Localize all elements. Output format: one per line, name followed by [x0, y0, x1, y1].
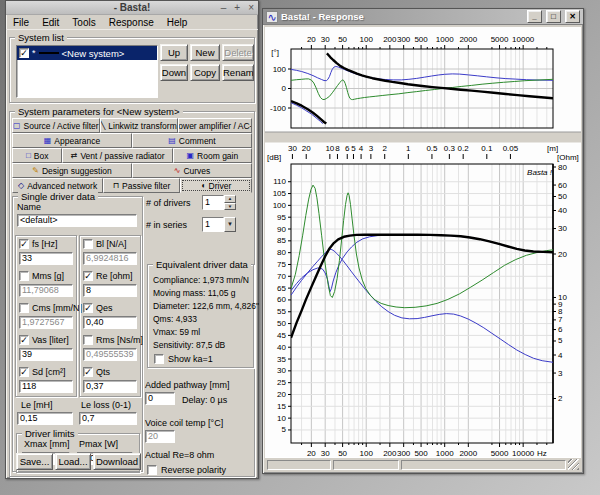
minimize-icon[interactable]: –	[221, 1, 227, 14]
svg-text:5: 5	[351, 144, 356, 153]
menu-response[interactable]: Response	[109, 17, 154, 28]
response-titlebar[interactable]: ∿ Basta! - Response _ □ ✕	[263, 9, 583, 25]
tab-room-gain[interactable]: ▣Room gain	[173, 148, 252, 163]
svg-text:[Ohm]: [Ohm]	[557, 153, 579, 162]
le-label: Le [mH]	[21, 400, 53, 411]
mms-input[interactable]: 11,79068	[19, 284, 73, 297]
tab-appearance[interactable]: ▦Appearance	[12, 133, 132, 148]
tab-design-suggestion[interactable]: ✎Design suggestion	[12, 163, 132, 178]
sensitivity-text: Sensitivity: 87,5 dB	[153, 340, 225, 351]
driver-name-input[interactable]: <default>	[17, 214, 137, 227]
show-ka-row[interactable]: Show ka=1	[154, 354, 213, 364]
new-button[interactable]: New	[190, 44, 220, 61]
down-button[interactable]: Down	[160, 64, 188, 81]
re-checkbox[interactable]: ✓	[83, 271, 93, 281]
svg-text:5000: 5000	[491, 35, 509, 44]
svg-text:85: 85	[277, 236, 286, 245]
spin-down-icon[interactable]: ▼	[224, 203, 236, 211]
load-button[interactable]: Load...	[55, 453, 91, 470]
main-titlebar[interactable]: - Basta! – + ×	[6, 1, 258, 15]
num-in-series-select[interactable]: 1 ▼	[202, 217, 236, 232]
tab-driver[interactable]: ◖Driver	[180, 178, 252, 193]
minimize-icon[interactable]: _	[527, 10, 542, 23]
qts-input[interactable]: 0,37	[83, 380, 137, 393]
tab-source-active-filter[interactable]: ▢Source / Active filter	[12, 118, 100, 133]
svg-text:2: 2	[558, 394, 563, 403]
download-button[interactable]: Download	[93, 453, 141, 470]
tab-power-amplifier[interactable]: ▷Power amplifier / AC-bas	[178, 118, 252, 133]
save-button[interactable]: Save...	[16, 453, 53, 470]
fs-input[interactable]: 33	[19, 252, 73, 265]
up-button[interactable]: Up	[160, 44, 188, 61]
vas-label: Vas [liter]	[32, 335, 69, 345]
svg-text:20: 20	[558, 250, 567, 259]
tab-linkwitz-transform[interactable]: ╲Linkwitz transform	[100, 118, 178, 133]
chevron-down-icon[interactable]: ▼	[224, 217, 236, 232]
tab-curves[interactable]: ∿Curves	[132, 163, 252, 178]
sd-input[interactable]: 118	[19, 380, 73, 393]
mms-checkbox[interactable]	[19, 271, 29, 281]
svg-text:55: 55	[277, 307, 286, 316]
cms-input[interactable]: 1,9727567	[19, 316, 73, 329]
fs-checkbox[interactable]: ✓	[19, 239, 29, 249]
svg-text:7: 7	[558, 315, 563, 324]
svg-text:500: 500	[414, 35, 428, 44]
svg-text:30: 30	[558, 224, 567, 233]
rename-button[interactable]: Rename	[222, 64, 254, 81]
tab-vent-passive-radiator[interactable]: ⇄Vent / passive radiator	[62, 148, 172, 163]
menu-help[interactable]: Help	[167, 17, 188, 28]
basta-app-icon: ∿	[266, 11, 278, 23]
menu-file[interactable]: File	[13, 17, 29, 28]
qes-input[interactable]: 0,40	[83, 316, 137, 329]
delete-button[interactable]: Delete	[222, 44, 254, 61]
tab-box[interactable]: □Box	[12, 148, 62, 163]
close-icon[interactable]: ×	[248, 1, 254, 14]
system-color-swatch	[39, 52, 59, 54]
svg-text:75: 75	[277, 260, 286, 269]
qts-checkbox[interactable]: ✓	[83, 367, 93, 377]
maximize-icon[interactable]: +	[234, 1, 240, 14]
system-checkbox[interactable]: ✓	[19, 48, 29, 58]
le-loss-input[interactable]: 0,7	[79, 412, 137, 425]
qes-checkbox[interactable]: ✓	[83, 303, 93, 313]
svg-text:10: 10	[325, 144, 334, 153]
menu-edit[interactable]: Edit	[42, 17, 59, 28]
copy-button[interactable]: Copy	[190, 64, 220, 81]
system-list-item[interactable]: ✓ * <New system>	[17, 46, 157, 60]
svg-text:200: 200	[383, 35, 397, 44]
svg-text:20: 20	[302, 144, 311, 153]
tab-passive-filter[interactable]: ⊓Passive filter	[103, 178, 180, 193]
menu-tools[interactable]: Tools	[72, 17, 95, 28]
system-listbox[interactable]: ✓ * <New system>	[16, 45, 158, 98]
resize-grip[interactable]	[568, 459, 579, 470]
rms-checkbox[interactable]	[83, 335, 93, 345]
reverse-polarity-checkbox[interactable]	[147, 465, 157, 475]
tab-comment[interactable]: ▤Comment	[132, 133, 252, 148]
close-icon[interactable]: ✕	[565, 10, 580, 23]
cms-checkbox[interactable]	[19, 303, 29, 313]
svg-text:5: 5	[558, 336, 563, 345]
name-label: Name	[17, 202, 41, 213]
mms-label: Mms [g]	[32, 271, 64, 281]
le-input[interactable]: 0,15	[17, 412, 73, 425]
spin-up-icon[interactable]: ▲	[224, 195, 236, 203]
svg-text:100: 100	[360, 35, 374, 44]
system-parameters-label: System parameters for <New system>	[15, 106, 183, 117]
equivalent-driver-data-label: Equivalent driver data	[153, 259, 251, 270]
bl-checkbox[interactable]	[83, 239, 93, 249]
added-pathway-input[interactable]: 0	[145, 392, 175, 405]
re-input[interactable]: 8	[83, 284, 137, 297]
maximize-icon[interactable]: □	[546, 10, 561, 23]
show-ka-checkbox[interactable]	[154, 354, 164, 364]
svg-text:50: 50	[277, 319, 286, 328]
svg-text:60: 60	[558, 181, 567, 190]
vas-checkbox[interactable]: ✓	[19, 335, 29, 345]
sd-checkbox[interactable]: ✓	[19, 367, 29, 377]
rms-input[interactable]: 0,49555539	[83, 348, 137, 361]
vas-input[interactable]: 39	[19, 348, 73, 361]
bl-input[interactable]: 6,9924816	[83, 252, 137, 265]
voice-coil-temp-input[interactable]: 20	[145, 430, 175, 443]
num-drivers-stepper[interactable]: 1 ▲▼	[202, 195, 236, 210]
svg-text:25: 25	[277, 378, 286, 387]
reverse-polarity-row[interactable]: Reverse polarity	[147, 465, 226, 475]
